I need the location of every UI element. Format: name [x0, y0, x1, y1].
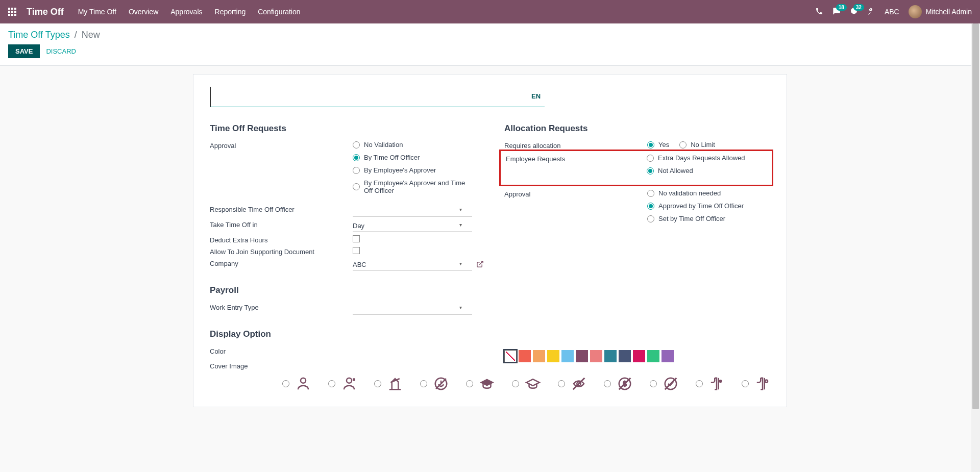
avatar [909, 5, 922, 18]
radio-by-employees-approver[interactable]: By Employee's Approver [353, 166, 484, 174]
cover-option-7[interactable] [558, 376, 586, 391]
radio-by-time-off-officer[interactable]: By Time Off Officer [353, 154, 484, 161]
user-name: Mitchell Admin [926, 8, 972, 16]
label-alloc-approval: Approval [504, 189, 647, 198]
section-payroll: Payroll [210, 285, 484, 295]
company-select[interactable]: ABC▾ [353, 259, 472, 271]
color-swatch-2[interactable] [533, 350, 545, 362]
phone-icon[interactable] [815, 7, 823, 17]
messaging-icon[interactable]: 18 [832, 7, 841, 17]
cover-option-4[interactable] [420, 376, 449, 391]
color-swatch-9[interactable] [633, 350, 645, 362]
section-allocation-requests: Allocation Requests [504, 123, 770, 134]
section-timeoff-requests: Time Off Requests [210, 123, 484, 134]
approval-radio-group: No Validation By Time Off Officer By Emp… [353, 141, 484, 194]
cover-option-3[interactable] [374, 376, 403, 391]
cover-image-row: $ [282, 376, 770, 391]
color-swatch-1[interactable] [519, 350, 531, 362]
radio-not-allowed[interactable]: Not Allowed [647, 167, 769, 175]
cover-option-1[interactable] [282, 376, 311, 391]
radio-approved-by-officer[interactable]: Approved by Time Off Officer [647, 202, 770, 210]
radio-set-by-officer[interactable]: Set by Time Off Officer [647, 215, 770, 222]
cover-option-6[interactable] [512, 376, 541, 391]
label-employee-requests: Employee Requests [504, 154, 647, 163]
breadcrumb-current: New [82, 30, 100, 40]
highlight-box: Employee Requests Extra Days Requests Al… [499, 150, 773, 186]
color-swatches [504, 350, 770, 362]
radio-no-validation-needed[interactable]: No validation needed [647, 189, 770, 197]
color-swatch-3[interactable] [547, 350, 559, 362]
cover-option-9[interactable] [650, 376, 678, 391]
nav-configuration[interactable]: Configuration [258, 8, 300, 16]
label-company: Company [210, 259, 353, 267]
svg-point-0 [301, 378, 306, 383]
deduct-extra-hours-checkbox[interactable] [353, 235, 360, 242]
language-badge[interactable]: EN [531, 92, 541, 100]
label-take-time-off-in: Take Time Off in [210, 220, 353, 229]
color-swatch-4[interactable] [561, 350, 574, 362]
take-time-off-in-select[interactable]: Day▾ [353, 220, 472, 232]
label-responsible-officer: Responsible Time Off Officer [210, 205, 353, 213]
breadcrumb: Time Off Types / New [8, 30, 972, 40]
name-input[interactable] [210, 87, 545, 107]
radio-no-limit[interactable]: No Limit [679, 141, 715, 148]
allow-join-doc-checkbox[interactable] [353, 247, 360, 254]
cover-option-5[interactable] [466, 376, 495, 391]
scrollbar-thumb[interactable] [972, 23, 979, 409]
color-swatch-11[interactable] [662, 350, 674, 362]
cover-option-11[interactable] [742, 376, 770, 391]
navbar: Time Off My Time Off Overview Approvals … [0, 0, 980, 23]
label-approval: Approval [210, 141, 353, 150]
nav-approvals[interactable]: Approvals [170, 8, 202, 16]
svg-point-12 [765, 380, 768, 383]
work-entry-type-select[interactable]: ▾ [353, 303, 472, 315]
label-work-entry-type: Work Entry Type [210, 303, 353, 311]
color-swatch-8[interactable] [619, 350, 631, 362]
app-brand: Time Off [27, 7, 64, 17]
apps-icon[interactable] [8, 8, 16, 16]
requires-allocation-radio-group: Yes No Limit [647, 141, 770, 148]
label-allow-join-doc: Allow To Join Supporting Document [210, 247, 353, 256]
cover-option-2[interactable] [328, 376, 357, 391]
radio-by-both[interactable]: By Employee's Approver and Time Off Offi… [353, 179, 484, 194]
cover-option-8[interactable]: $ [604, 376, 632, 391]
svg-point-11 [719, 380, 722, 383]
external-link-icon[interactable] [476, 260, 484, 269]
alloc-approval-radio-group: No validation needed Approved by Time Of… [647, 189, 770, 222]
label-cover-image: Cover Image [210, 361, 353, 370]
breadcrumb-root[interactable]: Time Off Types [8, 30, 70, 40]
label-deduct-extra-hours: Deduct Extra Hours [210, 235, 353, 244]
cover-option-10[interactable] [696, 376, 724, 391]
user-menu[interactable]: Mitchell Admin [909, 5, 972, 18]
nav-overview[interactable]: Overview [129, 8, 158, 16]
save-button[interactable]: SAVE [8, 44, 40, 58]
label-requires-allocation: Requires allocation [504, 141, 647, 150]
radio-extra-days-allowed[interactable]: Extra Days Requests Allowed [647, 154, 769, 162]
messaging-badge: 18 [836, 4, 847, 11]
responsible-officer-select[interactable]: ▾ [353, 205, 472, 217]
color-swatch-6[interactable] [590, 350, 602, 362]
color-swatch-none[interactable] [504, 350, 517, 362]
activity-badge: 32 [853, 4, 864, 11]
tools-icon[interactable] [867, 7, 875, 17]
svg-point-1 [347, 378, 352, 383]
discard-button[interactable]: DISCARD [46, 47, 76, 55]
nav-reporting[interactable]: Reporting [215, 8, 246, 16]
employee-requests-radio-group: Extra Days Requests Allowed Not Allowed [647, 154, 769, 175]
svg-line-5 [573, 378, 585, 390]
control-panel: Time Off Types / New SAVE DISCARD [0, 23, 980, 66]
label-color: Color [210, 346, 353, 355]
color-swatch-10[interactable] [647, 350, 659, 362]
activity-icon[interactable]: 32 [850, 7, 858, 17]
svg-line-3 [436, 379, 446, 389]
color-swatch-7[interactable] [604, 350, 617, 362]
color-swatch-5[interactable] [576, 350, 588, 362]
company-name[interactable]: ABC [885, 8, 899, 16]
radio-no-validation[interactable]: No Validation [353, 141, 484, 148]
radio-yes[interactable]: Yes [647, 141, 669, 148]
scrollbar[interactable] [971, 23, 980, 423]
section-display-option: Display Option [210, 329, 484, 339]
form-sheet: EN Time Off Requests Approval No Validat… [193, 74, 787, 407]
nav-my-time-off[interactable]: My Time Off [78, 8, 116, 16]
